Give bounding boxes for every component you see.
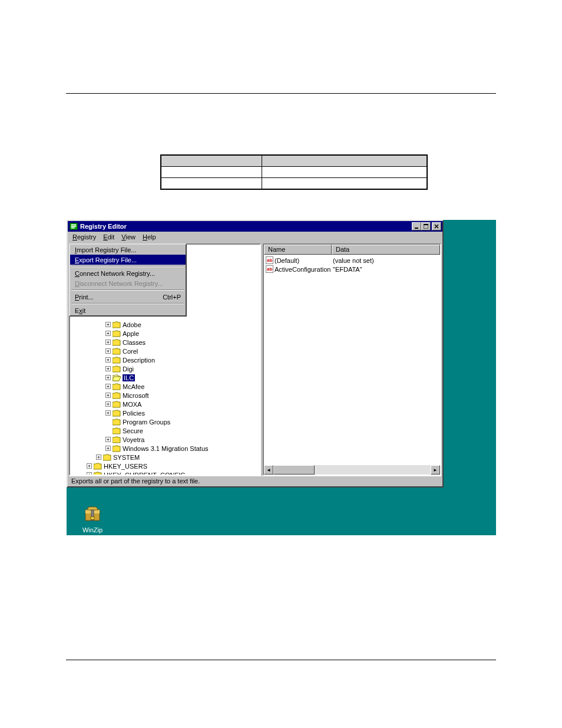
value-data: (value not set) bbox=[333, 257, 374, 264]
page-divider-bottom bbox=[66, 660, 496, 660]
string-value-icon: ab bbox=[265, 265, 273, 274]
tree-item-label: HKEY_CURRENT_CONFIG bbox=[104, 472, 186, 476]
menu-edit[interactable]: Edit bbox=[100, 232, 118, 242]
menu-exit[interactable]: Exit bbox=[70, 305, 186, 315]
column-headers[interactable]: Name Data bbox=[264, 245, 440, 255]
horizontal-scrollbar[interactable]: ◄ ► bbox=[264, 465, 440, 475]
tree-item[interactable]: +McAfee bbox=[70, 382, 260, 391]
folder-icon bbox=[113, 365, 121, 373]
svg-rect-1 bbox=[71, 225, 77, 226]
desktop-icon-winzip[interactable]: WinZip bbox=[75, 505, 110, 533]
expander-icon[interactable]: + bbox=[105, 340, 111, 345]
folder-icon bbox=[113, 410, 121, 417]
folder-icon bbox=[113, 321, 121, 328]
tree-item[interactable]: +Adobe bbox=[70, 320, 260, 329]
statusbar: Exports all or part of the registry to a… bbox=[69, 476, 441, 485]
tree-item[interactable]: +Voyetra bbox=[70, 435, 260, 444]
menu-export-registry-file[interactable]: Export Registry File... bbox=[70, 255, 186, 265]
tree-item-label: Secure bbox=[123, 427, 143, 434]
menu-import-registry-file[interactable]: Import Registry File... bbox=[70, 245, 186, 255]
expander-icon[interactable]: + bbox=[105, 322, 111, 327]
menu-view[interactable]: View bbox=[118, 232, 139, 242]
tree-item-label: McAfee bbox=[123, 383, 144, 390]
folder-icon bbox=[113, 401, 121, 408]
svg-rect-3 bbox=[71, 228, 75, 229]
expander-icon[interactable]: + bbox=[105, 437, 111, 442]
value-name: ActiveConfiguration bbox=[275, 266, 333, 273]
tree-item-label: Digi bbox=[123, 365, 134, 373]
expander-icon[interactable]: + bbox=[105, 357, 111, 363]
tree-item-label: Policies bbox=[123, 410, 145, 417]
tree-item[interactable]: +HKEY_CURRENT_CONFIG bbox=[70, 470, 260, 476]
expander-icon[interactable]: + bbox=[105, 375, 111, 380]
tree-item[interactable]: +Classes bbox=[70, 338, 260, 347]
folder-icon bbox=[113, 348, 121, 355]
expander-icon bbox=[105, 419, 111, 424]
values-pane[interactable]: Name Data ab(Default)(value not set)abAc… bbox=[263, 243, 441, 476]
value-row[interactable]: ab(Default)(value not set) bbox=[265, 256, 439, 265]
scroll-thumb[interactable] bbox=[273, 465, 315, 475]
tree-item[interactable]: +SYSTEM bbox=[70, 453, 260, 462]
scroll-left-button[interactable]: ◄ bbox=[264, 465, 273, 475]
desktop-background: Registry Editor Registry Edit View Help … bbox=[67, 220, 496, 535]
value-row[interactable]: abActiveConfiguration"EFDATA" bbox=[265, 265, 439, 274]
folder-icon bbox=[113, 419, 121, 426]
folder-icon bbox=[113, 427, 121, 434]
registry-menu-dropdown: Import Registry File... Export Registry … bbox=[69, 243, 187, 317]
menu-help[interactable]: Help bbox=[139, 232, 160, 242]
tree-item[interactable]: +Microsoft bbox=[70, 391, 260, 400]
col-name[interactable]: Name bbox=[264, 245, 332, 255]
tree-item[interactable]: +Policies bbox=[70, 409, 260, 417]
tree-item[interactable]: +Description bbox=[70, 355, 260, 364]
minimize-button[interactable] bbox=[412, 222, 421, 230]
expander-icon[interactable]: + bbox=[105, 446, 111, 451]
expander-icon[interactable]: + bbox=[105, 348, 111, 354]
expander-icon[interactable]: + bbox=[87, 463, 92, 469]
tree-item-label: MOXA bbox=[123, 401, 141, 408]
values-list[interactable]: ab(Default)(value not set)abActiveConfig… bbox=[264, 255, 440, 275]
folder-icon bbox=[113, 436, 121, 443]
tree-item-label: HKEY_USERS bbox=[104, 463, 147, 470]
tree-item[interactable]: +Corel bbox=[70, 347, 260, 355]
expander-icon[interactable]: + bbox=[105, 393, 111, 398]
tree-item-label: ILC bbox=[123, 374, 135, 381]
string-value-icon: ab bbox=[265, 256, 273, 265]
folder-icon bbox=[113, 339, 121, 346]
svg-text:ab: ab bbox=[267, 258, 272, 263]
tree-item[interactable]: +HKEY_USERS bbox=[70, 462, 260, 470]
tree-item[interactable]: +Windows 3.1 Migration Status bbox=[70, 444, 260, 453]
menu-connect-network-registry[interactable]: Connect Network Registry... bbox=[70, 268, 186, 278]
resize-grip[interactable] bbox=[433, 477, 441, 485]
app-icon bbox=[69, 222, 78, 231]
tree-item[interactable]: +Digi bbox=[70, 364, 260, 373]
tree-item[interactable]: +Apple bbox=[70, 329, 260, 338]
expander-icon[interactable]: + bbox=[105, 366, 111, 371]
expander-icon[interactable]: + bbox=[105, 384, 111, 389]
tree-item[interactable]: Program Groups bbox=[70, 417, 260, 426]
titlebar[interactable]: Registry Editor bbox=[68, 221, 442, 232]
value-data: "EFDATA" bbox=[333, 266, 362, 273]
tree-item[interactable]: +ILC bbox=[70, 373, 260, 382]
scroll-right-button[interactable]: ► bbox=[431, 465, 440, 475]
tree-item-label: Program Groups bbox=[123, 419, 170, 426]
registry-editor-window: Registry Editor Registry Edit View Help … bbox=[67, 220, 444, 487]
tree-item-label: Adobe bbox=[123, 321, 141, 328]
menu-print[interactable]: Print...Ctrl+P bbox=[70, 292, 186, 302]
col-data[interactable]: Data bbox=[332, 245, 440, 255]
menu-disconnect-network-registry: Disconnect Network Registry... bbox=[70, 278, 186, 288]
menu-registry[interactable]: Registry bbox=[69, 232, 100, 242]
tree-item[interactable]: Secure bbox=[70, 426, 260, 435]
maximize-button[interactable] bbox=[421, 222, 431, 230]
folder-icon bbox=[94, 463, 102, 470]
menubar: Registry Edit View Help bbox=[68, 232, 442, 242]
folder-icon bbox=[103, 454, 111, 461]
tree-item[interactable]: +MOXA bbox=[70, 400, 260, 409]
expander-icon[interactable]: + bbox=[105, 331, 111, 336]
folder-open-icon bbox=[113, 374, 121, 381]
close-button[interactable] bbox=[432, 222, 441, 230]
value-name: (Default) bbox=[275, 257, 333, 264]
expander-icon[interactable]: + bbox=[105, 410, 111, 416]
folder-icon bbox=[113, 330, 121, 337]
expander-icon[interactable]: + bbox=[105, 401, 111, 407]
expander-icon[interactable]: + bbox=[96, 454, 101, 460]
